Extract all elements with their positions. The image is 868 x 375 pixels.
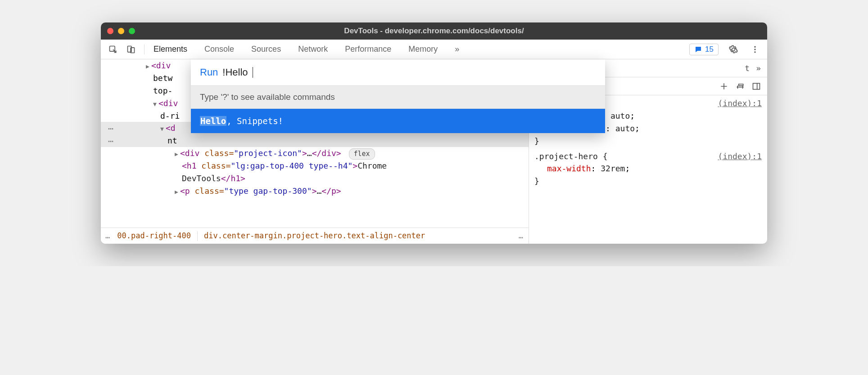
result-match: Hello	[200, 116, 226, 126]
command-input-value: !Hello	[222, 67, 248, 78]
message-icon	[694, 45, 702, 54]
styles-tab-truncated[interactable]: t	[745, 63, 750, 73]
more-menu-icon[interactable]	[748, 43, 762, 56]
tab-network[interactable]: Network	[295, 43, 330, 56]
breadcrumb-item[interactable]: 00.pad-right-400	[117, 230, 191, 241]
collapse-arrow-icon[interactable]: ▼	[160, 125, 166, 134]
toggle-classes-icon[interactable]	[736, 82, 745, 91]
tab-elements[interactable]: Elements	[151, 43, 190, 56]
window-close-button[interactable]	[107, 28, 113, 34]
toolbar-divider	[144, 45, 145, 54]
breadcrumb-divider	[197, 231, 198, 241]
expand-arrow-icon[interactable]: ▶	[146, 62, 151, 71]
dom-text: nt	[101, 134, 529, 147]
dom-text: DevTools</h1>	[101, 172, 529, 185]
css-rule-source[interactable]: (index):1	[718, 97, 762, 110]
settings-icon[interactable]	[727, 43, 740, 56]
svg-point-3	[754, 46, 755, 47]
panel-tabs: Elements Console Sources Network Perform…	[151, 43, 685, 56]
messages-count: 15	[705, 45, 714, 54]
main-toolbar: Elements Console Sources Network Perform…	[101, 40, 767, 59]
content-area: ▶<div betw top- ▼<div d-ri ▼<d nt ▶<div …	[101, 59, 767, 244]
breadcrumb-item[interactable]: div.center-margin.project-hero.text-alig…	[204, 230, 425, 241]
titlebar: DevTools - developer.chrome.com/docs/dev…	[101, 22, 767, 40]
window-minimize-button[interactable]	[118, 28, 124, 34]
dom-node[interactable]: ▶<div class="project-icon">…</div> flex	[101, 147, 529, 160]
tabs-overflow-icon[interactable]: »	[452, 43, 462, 56]
toolbar-right: 15	[689, 43, 762, 56]
devtools-window: DevTools - developer.chrome.com/docs/dev…	[101, 22, 767, 244]
toggle-sidebar-icon[interactable]	[752, 82, 761, 91]
styles-tabs-overflow-icon[interactable]: »	[756, 63, 761, 73]
tab-console[interactable]: Console	[202, 43, 237, 56]
device-toolbar-icon[interactable]	[124, 43, 138, 56]
new-style-rule-icon[interactable]	[719, 82, 728, 91]
dom-breadcrumb: … 00.pad-right-400 div.center-margin.pro…	[101, 228, 529, 244]
collapse-arrow-icon[interactable]: ▼	[153, 100, 158, 109]
tab-sources[interactable]: Sources	[249, 43, 284, 56]
window-maximize-button[interactable]	[129, 28, 135, 34]
dom-node[interactable]: ▶<p class="type gap-top-300">…</p>	[101, 185, 529, 197]
flex-badge[interactable]: flex	[349, 148, 375, 160]
command-menu-result[interactable]: Hello, Snippets!	[191, 109, 605, 133]
svg-rect-6	[753, 83, 760, 89]
css-declaration[interactable]: max-width: 32rem;	[534, 162, 762, 175]
dom-node[interactable]: <h1 class="lg:gap-top-400 type--h4">Chro…	[101, 160, 529, 172]
window-title: DevTools - developer.chrome.com/docs/dev…	[344, 27, 524, 36]
tab-performance[interactable]: Performance	[342, 43, 394, 56]
expand-arrow-icon[interactable]: ▶	[175, 188, 180, 196]
css-rule-header: .project-hero { (index):1	[534, 150, 762, 163]
command-prefix: Run	[200, 67, 218, 78]
command-menu-help: Type '?' to see available commands	[191, 85, 605, 109]
tab-memory[interactable]: Memory	[406, 43, 440, 56]
breadcrumb-overflow-left[interactable]: …	[105, 230, 111, 241]
command-menu: Run !Hello Type '?' to see available com…	[191, 59, 605, 133]
css-rule-close: }	[534, 175, 762, 188]
css-rule-close: }	[534, 135, 762, 147]
command-menu-input[interactable]: Run !Hello	[191, 59, 605, 85]
traffic-lights	[107, 28, 135, 34]
breadcrumb-overflow-right[interactable]: …	[519, 230, 524, 241]
console-messages-badge[interactable]: 15	[689, 44, 719, 55]
svg-point-4	[754, 49, 755, 50]
text-cursor	[253, 67, 253, 78]
result-rest: , Snippets!	[226, 116, 283, 126]
css-rule-source[interactable]: (index):1	[718, 150, 762, 163]
svg-point-5	[754, 51, 755, 53]
inspect-element-icon[interactable]	[106, 43, 120, 56]
expand-arrow-icon[interactable]: ▶	[175, 150, 180, 159]
